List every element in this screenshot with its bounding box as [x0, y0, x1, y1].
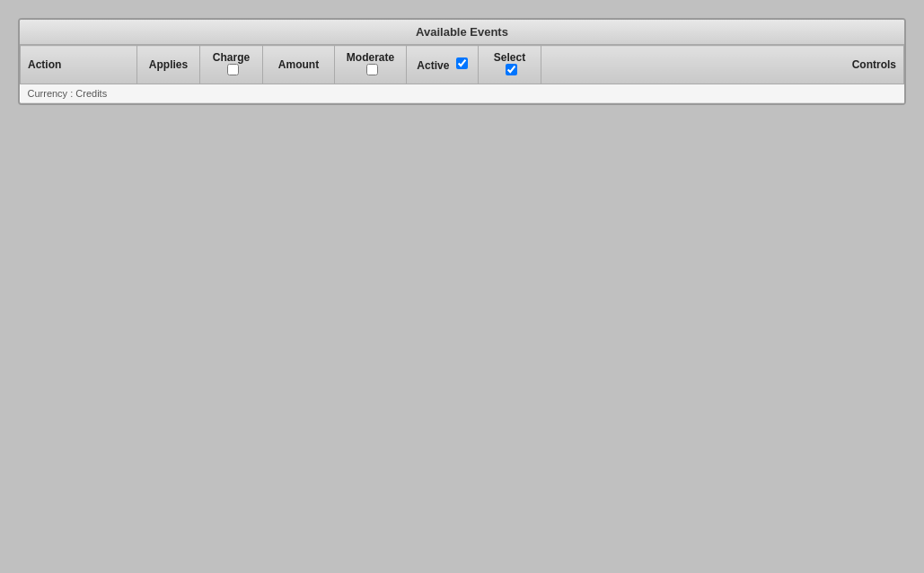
active-header-checkbox[interactable] [456, 57, 468, 69]
col-header-moderate: Moderate [335, 46, 407, 84]
main-container: Available Events Action Applies Charge A… [18, 18, 906, 105]
col-header-amount: Amount [263, 46, 335, 84]
col-header-charge: Charge [200, 46, 263, 84]
moderate-header-checkbox[interactable] [366, 64, 378, 75]
currency-row: Currency : Credits [21, 84, 904, 103]
col-header-active: Active [407, 46, 479, 84]
table-header-row: Action Applies Charge Amount Moderate [21, 46, 904, 84]
panel-title: Available Events [20, 20, 904, 45]
events-table: Action Applies Charge Amount Moderate [20, 45, 904, 103]
col-header-select: Select [479, 46, 541, 84]
currency-label: Currency : Credits [21, 84, 904, 103]
select-header-checkbox[interactable] [506, 64, 517, 75]
col-header-applies: Applies [137, 46, 200, 84]
charge-header-checkbox[interactable] [227, 64, 239, 75]
col-header-controls: Controls [541, 46, 904, 84]
col-header-action: Action [21, 46, 137, 84]
